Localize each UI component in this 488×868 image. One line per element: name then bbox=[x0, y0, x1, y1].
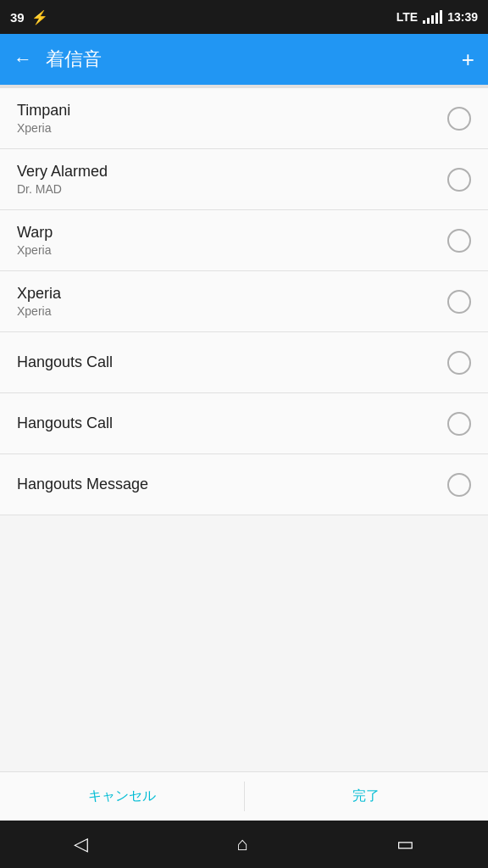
list-item[interactable]: Very AlarmedDr. MAD bbox=[0, 149, 488, 210]
status-left: 39 ⚡ bbox=[10, 9, 48, 25]
signal-icon bbox=[423, 10, 442, 24]
list-item[interactable]: Hangouts Call bbox=[0, 332, 488, 393]
nav-recents-button[interactable]: ▭ bbox=[396, 833, 414, 855]
ringtone-artist: Dr. MAD bbox=[17, 182, 108, 196]
back-button[interactable]: ← bbox=[14, 48, 32, 70]
radio-button[interactable] bbox=[447, 107, 471, 131]
radio-button[interactable] bbox=[447, 290, 471, 314]
ringtone-name: Hangouts Call bbox=[17, 415, 113, 432]
nav-bar: ◁ ⌂ ▭ bbox=[0, 821, 488, 868]
flash-icon: ⚡ bbox=[31, 9, 48, 25]
ringtone-name: Very Alarmed bbox=[17, 163, 108, 181]
radio-button[interactable] bbox=[447, 229, 471, 253]
ringtone-artist: Xperia bbox=[17, 121, 70, 135]
ringtone-artist: Xperia bbox=[17, 243, 53, 257]
bottom-actions: キャンセル 完了 bbox=[0, 771, 488, 821]
list-item[interactable]: XperiaXperia bbox=[0, 271, 488, 332]
list-item[interactable]: WarpXperia bbox=[0, 210, 488, 271]
battery-level: 39 bbox=[10, 10, 25, 25]
ringtone-name: Warp bbox=[17, 224, 53, 242]
radio-button[interactable] bbox=[447, 168, 471, 192]
add-button[interactable]: + bbox=[462, 47, 474, 73]
list-item[interactable]: Hangouts Call bbox=[0, 393, 488, 454]
lte-label: LTE bbox=[396, 10, 418, 24]
nav-back-button[interactable]: ◁ bbox=[74, 833, 88, 855]
status-bar: 39 ⚡ LTE 13:39 bbox=[0, 0, 488, 34]
status-right: LTE 13:39 bbox=[396, 10, 478, 24]
radio-button[interactable] bbox=[447, 412, 471, 436]
ringtone-name: Hangouts Call bbox=[17, 353, 113, 371]
radio-button[interactable] bbox=[447, 351, 471, 375]
app-bar: ← 着信音 + bbox=[0, 34, 488, 85]
ringtone-name: Xperia bbox=[17, 285, 61, 303]
list-item[interactable]: TimpaniXperia bbox=[0, 88, 488, 149]
radio-button[interactable] bbox=[447, 473, 471, 497]
list-item[interactable]: Hangouts Message bbox=[0, 454, 488, 515]
ringtone-name: Timpani bbox=[17, 102, 70, 120]
ringtone-list: TimpaniXperiaVery AlarmedDr. MADWarpXper… bbox=[0, 88, 488, 771]
ringtone-name: Hangouts Message bbox=[17, 476, 148, 493]
cancel-button[interactable]: キャンセル bbox=[0, 772, 244, 821]
nav-home-button[interactable]: ⌂ bbox=[236, 833, 247, 855]
page-title: 着信音 bbox=[46, 47, 462, 72]
time-display: 13:39 bbox=[447, 10, 478, 24]
ringtone-artist: Xperia bbox=[17, 304, 61, 318]
confirm-button[interactable]: 完了 bbox=[245, 772, 489, 821]
